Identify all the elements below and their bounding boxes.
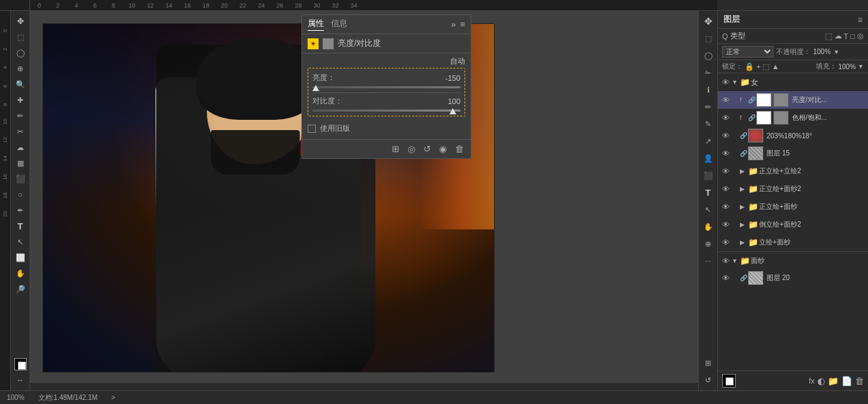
horizontal-scrollbar[interactable] xyxy=(30,382,698,390)
panel-icon-view[interactable]: ◉ xyxy=(439,144,447,154)
layer-item[interactable]: 👁 ▶ 📁 立绘+面纱 xyxy=(718,233,868,251)
filter-icon5[interactable]: ◎ xyxy=(857,31,864,40)
group-arrow-icon[interactable]: ▶ xyxy=(740,203,747,210)
layer-item[interactable]: 👁 🔗 图层 20 xyxy=(718,269,868,287)
layer-item[interactable]: 👁 f 🔗 亮度/对比... xyxy=(718,91,868,109)
select-tool[interactable]: ⬚ xyxy=(13,29,28,45)
right-tool-lasso[interactable]: ◯ xyxy=(701,48,716,63)
right-tool-heal[interactable]: ↗ xyxy=(701,134,716,149)
filter-icon3[interactable]: T xyxy=(844,32,849,40)
brush-tool[interactable]: ✏ xyxy=(13,108,28,123)
layer-link-icon[interactable]: 🔗 xyxy=(740,150,747,157)
right-tool-canvas-resize[interactable]: ⊞ xyxy=(701,355,716,370)
layer-item[interactable]: 👁 ▶ 📁 正立绘+立绘2 xyxy=(718,162,868,180)
right-tool-zoom[interactable]: ⊕ xyxy=(701,236,716,251)
layer-effect-icon[interactable]: f xyxy=(740,97,747,103)
blend-mode-select[interactable]: 正常 xyxy=(722,46,773,58)
group-arrow-icon[interactable]: ▶ xyxy=(740,239,747,246)
layer-vis-icon[interactable]: 👁 xyxy=(721,202,730,212)
eraser-tool[interactable]: ▦ xyxy=(13,155,28,171)
layer-link-icon[interactable]: 🔗 xyxy=(748,114,755,121)
panel-icon-delete[interactable]: 🗑 xyxy=(455,144,464,154)
right-tool-select[interactable]: ⬚ xyxy=(701,31,716,46)
hand-tool[interactable]: ✋ xyxy=(13,266,28,281)
clone-tool[interactable]: ✂ xyxy=(13,124,28,139)
footer-icon-delete[interactable]: 🗑 xyxy=(855,376,864,386)
status-arrow[interactable]: > xyxy=(111,394,115,401)
layer-item[interactable]: 👁 ▼ 📁 女 xyxy=(718,73,868,91)
shape-tool[interactable]: ⬜ xyxy=(13,250,28,265)
right-tool-more[interactable]: ··· xyxy=(701,253,716,268)
heal-tool[interactable]: ✚ xyxy=(13,92,28,108)
info-tab[interactable]: 信息 xyxy=(331,18,347,31)
brightness-slider-track[interactable] xyxy=(312,86,460,88)
layer-link-icon[interactable]: 🔗 xyxy=(740,132,747,139)
pen-tool[interactable]: ✒ xyxy=(13,203,28,218)
layer-vis-icon[interactable]: 👁 xyxy=(721,77,730,87)
layer-vis-icon[interactable]: 👁 xyxy=(721,95,730,105)
history-tool[interactable]: ☁ xyxy=(13,140,28,155)
eyedropper-tool[interactable]: 🔍 xyxy=(13,77,28,92)
right-tool-text[interactable]: T xyxy=(701,185,716,200)
properties-tab[interactable]: 属性 xyxy=(308,18,324,31)
layer-item[interactable]: 👁 ▼ 📁 面纱 xyxy=(718,251,868,269)
layer-item[interactable]: 👁 ▶ 📁 正立绘+面纱2 xyxy=(718,180,868,198)
foreground-color[interactable] xyxy=(14,358,27,370)
footer-icon-new-layer[interactable]: 📄 xyxy=(841,376,852,386)
layer-vis-icon[interactable]: 👁 xyxy=(721,166,730,176)
layer-item[interactable]: 👁 ▶ 📁 倒立绘+面纱2 xyxy=(718,216,868,233)
contrast-slider-thumb[interactable] xyxy=(449,108,456,114)
panel-icon-eye[interactable]: ◎ xyxy=(408,144,415,154)
right-tool-eye[interactable]: ℹ xyxy=(701,82,716,97)
color-swatches[interactable] xyxy=(722,374,736,388)
layer-vis-icon[interactable]: 👁 xyxy=(721,149,730,158)
right-tool-arrow[interactable]: ✥ xyxy=(701,14,716,29)
opacity-value[interactable]: 100% xyxy=(813,48,831,55)
layer-item[interactable]: 👁 🔗 203%180%18° xyxy=(718,127,868,144)
group-arrow-icon[interactable]: ▶ xyxy=(740,168,747,175)
panel-menu-icon[interactable]: ≡ xyxy=(460,19,465,29)
zoom-tool[interactable]: 🔎 xyxy=(13,281,28,296)
panel-icon-reset[interactable]: ↺ xyxy=(423,144,431,154)
contrast-slider-track[interactable] xyxy=(312,110,460,112)
layer-link-icon[interactable]: 🔗 xyxy=(740,275,747,281)
lasso-tool[interactable]: ◯ xyxy=(13,45,28,60)
brightness-slider-thumb[interactable] xyxy=(312,85,319,91)
layer-link-icon[interactable]: 🔗 xyxy=(748,97,755,103)
auto-button[interactable]: 自动 xyxy=(450,56,465,66)
move-tool[interactable]: ✥ xyxy=(13,14,28,29)
panel-expand-icon[interactable]: » xyxy=(451,19,456,29)
tool-extra[interactable]: ↔ xyxy=(13,373,28,388)
layer-item[interactable]: 👁 f 🔗 色相/饱和... xyxy=(718,109,868,127)
right-tool-brush[interactable]: ✏ xyxy=(701,99,716,114)
right-tool-crop[interactable]: ✁ xyxy=(701,65,716,80)
dodge-tool[interactable]: ○ xyxy=(13,187,28,202)
right-tool-rotate[interactable]: ↺ xyxy=(701,373,716,388)
right-tool-path[interactable]: ↖ xyxy=(701,202,716,217)
layer-item[interactable]: 👁 🔗 图层 15 xyxy=(718,144,868,162)
footer-icon-new-fill[interactable]: ◐ xyxy=(817,376,825,386)
layer-vis-icon[interactable]: 👁 xyxy=(721,131,730,140)
layer-vis-icon[interactable]: 👁 xyxy=(721,220,730,229)
layer-effect-icon[interactable]: f xyxy=(740,114,747,121)
layers-header-icon1[interactable]: ≡ xyxy=(858,15,863,25)
layer-vis-icon[interactable]: 👁 xyxy=(721,273,730,283)
right-tool-hand[interactable]: ✋ xyxy=(701,219,716,234)
group-arrow-icon[interactable]: ▶ xyxy=(740,221,747,228)
text-tool[interactable]: T xyxy=(13,218,28,233)
legacy-checkbox[interactable] xyxy=(308,125,316,133)
gradient-tool[interactable]: ⬛ xyxy=(13,171,28,186)
filter-icon2[interactable]: ☁ xyxy=(834,31,842,40)
right-tool-people[interactable]: 👤 xyxy=(701,151,716,166)
group-arrow-icon[interactable]: ▼ xyxy=(732,79,739,86)
filter-icon1[interactable]: ⬚ xyxy=(825,31,832,41)
lock-icon4[interactable]: ▲ xyxy=(771,62,779,71)
lock-icon2[interactable]: + xyxy=(756,62,760,71)
lock-icon3[interactable]: ⬚ xyxy=(762,62,769,71)
filter-icon4[interactable]: □ xyxy=(850,32,855,40)
right-tool-clone[interactable]: ✎ xyxy=(701,116,716,131)
footer-icon-fx[interactable]: fx xyxy=(808,377,815,385)
layer-vis-icon[interactable]: 👁 xyxy=(721,184,730,194)
path-tool[interactable]: ↖ xyxy=(13,234,28,249)
crop-tool[interactable]: ⊕ xyxy=(13,61,28,76)
